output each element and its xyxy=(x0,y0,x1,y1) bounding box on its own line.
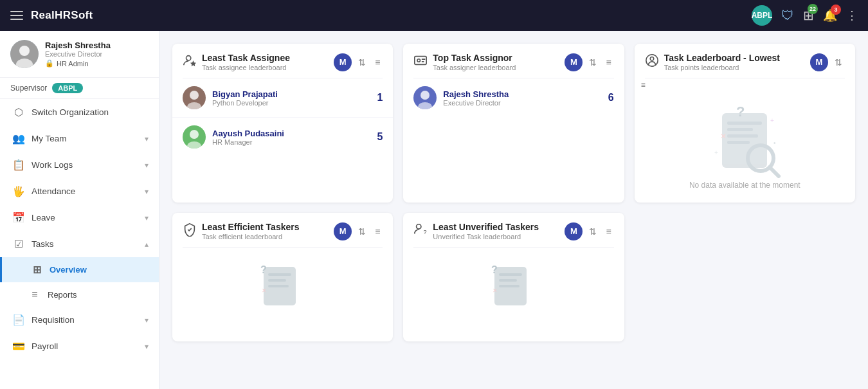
svg-text:?: ? xyxy=(424,229,427,235)
card-least-efficient-taskers: Least Efficient Taskers Task efficient l… xyxy=(172,213,393,341)
m-badge: M xyxy=(334,222,352,240)
avatar xyxy=(183,86,206,109)
sidebar-item-leave[interactable]: 📅 Leave ▾ xyxy=(0,204,159,231)
sidebar-sub-item-overview[interactable]: ⊞ Overview xyxy=(0,257,159,282)
lock-icon: 🔒 xyxy=(45,59,54,68)
app-title: RealHRSoft xyxy=(31,9,93,22)
sidebar-item-payroll[interactable]: 💳 Payroll ▾ xyxy=(0,333,159,359)
svg-rect-17 xyxy=(722,113,767,168)
no-data-illustration-partial: ? ✕ xyxy=(254,260,312,312)
sort-button[interactable]: ⇅ xyxy=(586,225,599,238)
grid-notification-wrap: ⊞ 22 xyxy=(803,8,814,23)
hamburger-icon xyxy=(10,11,23,20)
svg-rect-20 xyxy=(727,134,758,138)
svg-rect-38 xyxy=(499,273,522,276)
person-role: Python Developer xyxy=(212,99,370,107)
card-subtitle: Task efficient leaderboard xyxy=(202,233,329,240)
org-badge[interactable]: ABPL xyxy=(752,5,772,26)
svg-text:•: • xyxy=(773,140,776,147)
m-badge: M xyxy=(565,53,583,71)
svg-text:?: ? xyxy=(736,104,745,120)
svg-rect-32 xyxy=(268,285,289,287)
chevron-down-icon: ▾ xyxy=(145,342,149,351)
sidebar-sub-item-reports[interactable]: ≡ Reports xyxy=(0,282,159,307)
sidebar-item-label: Overview xyxy=(50,265,87,275)
svg-point-5 xyxy=(190,91,199,100)
svg-rect-40 xyxy=(499,285,520,287)
filter-button[interactable]: ≡ xyxy=(372,56,383,69)
svg-point-3 xyxy=(186,56,191,60)
no-data-text: No data available at the moment xyxy=(689,181,800,190)
svg-rect-39 xyxy=(499,279,517,282)
tasks-icon: ☑ xyxy=(12,238,25,250)
sidebar-item-attendance[interactable]: 🖐 Attendance ▾ xyxy=(0,178,159,204)
filter-button[interactable]: ≡ xyxy=(603,56,613,69)
notification-bell-wrap: 🔔 3 xyxy=(823,8,837,23)
task-count: 6 xyxy=(608,92,614,104)
sidebar-item-switch-org[interactable]: ⬡ Switch Organization xyxy=(0,99,159,125)
divider xyxy=(645,78,845,78)
cards-grid: Least Task Assignee Task assignee leader… xyxy=(172,44,855,341)
filter-button[interactable]: ≡ xyxy=(603,225,613,238)
person-question-icon: ? xyxy=(413,222,428,240)
sidebar-item-label: My Team xyxy=(32,134,138,143)
no-data-area: ? ✕ + + • No data available at the momen… xyxy=(635,91,855,203)
person-info: Aayush Pudasaini HR Manager xyxy=(212,129,370,146)
svg-text:+: + xyxy=(714,149,718,156)
svg-rect-19 xyxy=(727,128,753,131)
person-name: Aayush Pudasaini xyxy=(212,129,370,138)
person-role: HR Manager xyxy=(212,138,370,146)
chevron-down-icon: ▾ xyxy=(145,187,149,196)
card-actions: M ⇅ ≡ xyxy=(334,53,383,71)
svg-text:✕: ✕ xyxy=(720,132,727,141)
svg-rect-18 xyxy=(727,122,762,125)
card-actions: M ⇅ ≡ xyxy=(565,222,613,240)
sort-button[interactable]: ⇅ xyxy=(832,56,845,69)
profile-info: Rajesh Shrestha Executive Director 🔒 HR … xyxy=(45,41,149,68)
hamburger-menu-button[interactable] xyxy=(10,11,23,20)
person-name: Bigyan Prajapati xyxy=(212,89,370,99)
m-badge: M xyxy=(565,222,583,240)
org-chip: ABPL xyxy=(52,83,83,93)
svg-point-14 xyxy=(418,102,432,109)
profile-role: Executive Director xyxy=(45,50,149,58)
sidebar: Rajesh Shrestha Executive Director 🔒 HR … xyxy=(0,31,159,389)
top-navigation: RealHRSoft ABPL 🛡 ⊞ 22 🔔 3 ⋮ xyxy=(0,0,868,31)
filter-button[interactable]: ≡ xyxy=(372,225,383,238)
card-title-area: Top Task Assignor Task assigner leaderbo… xyxy=(433,53,559,71)
svg-point-1 xyxy=(19,46,30,56)
card-top-task-assignor: Top Task Assignor Task assigner leaderbo… xyxy=(403,44,624,203)
card-header: Least Task Assignee Task assignee leader… xyxy=(172,44,393,78)
person-info: Bigyan Prajapati Python Developer xyxy=(212,89,370,107)
shield-check-icon xyxy=(183,222,197,240)
card-title: Top Task Assignor xyxy=(433,53,559,63)
person-circle-icon xyxy=(645,53,659,71)
svg-text:✕: ✕ xyxy=(262,287,267,294)
leave-icon: 📅 xyxy=(12,212,25,224)
sort-button[interactable]: ⇅ xyxy=(356,56,368,69)
sidebar-item-work-logs[interactable]: 📋 Work Logs ▾ xyxy=(0,152,159,178)
avatar xyxy=(10,40,39,68)
filter-row-button[interactable]: ≡ xyxy=(635,79,652,91)
sort-button[interactable]: ⇅ xyxy=(586,56,599,69)
profile-admin: 🔒 HR Admin xyxy=(45,59,149,68)
sort-button[interactable]: ⇅ xyxy=(356,225,368,238)
sidebar-item-label: Switch Organization xyxy=(32,107,149,117)
more-options-button[interactable]: ⋮ xyxy=(846,8,858,23)
card-least-unverified-taskers: ? Least Unverified Taskers Unverified Ta… xyxy=(403,213,624,341)
shield-icon-button[interactable]: 🛡 xyxy=(781,8,794,23)
table-row: Bigyan Prajapati Python Developer 1 xyxy=(172,78,393,117)
svg-point-6 xyxy=(187,102,201,109)
avatar xyxy=(183,125,206,149)
chevron-down-icon: ▾ xyxy=(145,213,149,222)
sidebar-item-my-team[interactable]: 👥 My Team ▾ xyxy=(0,125,159,152)
work-logs-icon: 📋 xyxy=(12,159,25,171)
svg-text:?: ? xyxy=(260,264,267,275)
svg-rect-31 xyxy=(268,279,286,282)
no-data-area: ? ✕ xyxy=(403,248,624,325)
svg-text:?: ? xyxy=(491,264,498,275)
sidebar-item-tasks[interactable]: ☑ Tasks ▴ xyxy=(0,231,159,257)
sidebar-item-label: Attendance xyxy=(32,186,138,196)
card-subtitle: Unverified Task leaderboard xyxy=(433,233,559,240)
sidebar-item-requisition[interactable]: 📄 Requisition ▾ xyxy=(0,307,159,333)
